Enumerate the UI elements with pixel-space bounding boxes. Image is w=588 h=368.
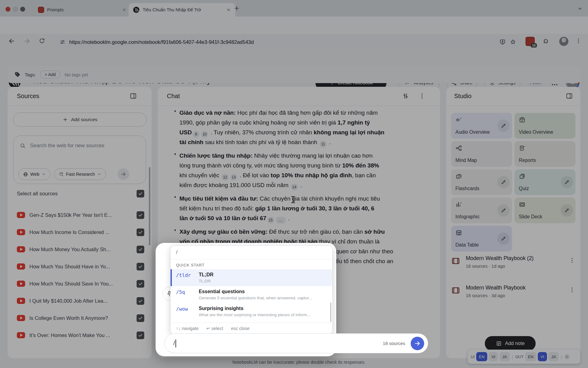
text-caret — [175, 339, 176, 347]
send-button[interactable] — [411, 337, 424, 350]
palette-items: /tldrTL;DRTL;DR/5qEssential questionsGen… — [171, 269, 332, 320]
command-palette: / QUICK START /tldrTL;DRTL;DR/5qEssentia… — [170, 245, 333, 334]
command-description: What are the most surprising or interest… — [199, 312, 311, 317]
chat-input[interactable]: / 18 sources — [164, 333, 428, 353]
sources-count-label: 18 sources — [383, 341, 411, 346]
hint-navigate: ↑↓ navigate — [176, 326, 198, 331]
command-text: /wow — [176, 306, 199, 312]
palette-footer: ↑↓ navigate ↵ select esc close — [171, 323, 332, 334]
palette-item-wow[interactable]: /wowSurprising insightsWhat are the most… — [171, 303, 332, 320]
command-text: /5q — [176, 289, 199, 295]
chat-input-value: / — [173, 340, 175, 347]
palette-item-5q[interactable]: /5qEssential questionsGenerate 5 essenti… — [171, 286, 332, 303]
arrow-right-icon — [414, 340, 421, 347]
arrow-right-icon — [414, 340, 421, 347]
command-text: /tldr — [176, 272, 199, 278]
hint-close: esc close — [231, 326, 249, 331]
command-description: Generate 5 essential questions that, whe… — [199, 296, 312, 300]
palette-scrollbar[interactable] — [330, 302, 331, 322]
palette-query: / — [171, 246, 332, 259]
command-title: Essential questions — [199, 289, 312, 294]
palette-section-label: QUICK START — [171, 259, 332, 269]
screen: Prompts Tiêu Chuẩn Thu Nhập Để Trở https… — [0, 0, 588, 368]
command-description: TL;DR — [199, 279, 213, 283]
hint-select: ↵ select — [206, 326, 223, 331]
palette-item-tldr[interactable]: /tldrTL;DRTL;DR — [171, 269, 332, 286]
command-title: Surprising insights — [199, 306, 311, 311]
command-title: TL;DR — [199, 272, 213, 278]
